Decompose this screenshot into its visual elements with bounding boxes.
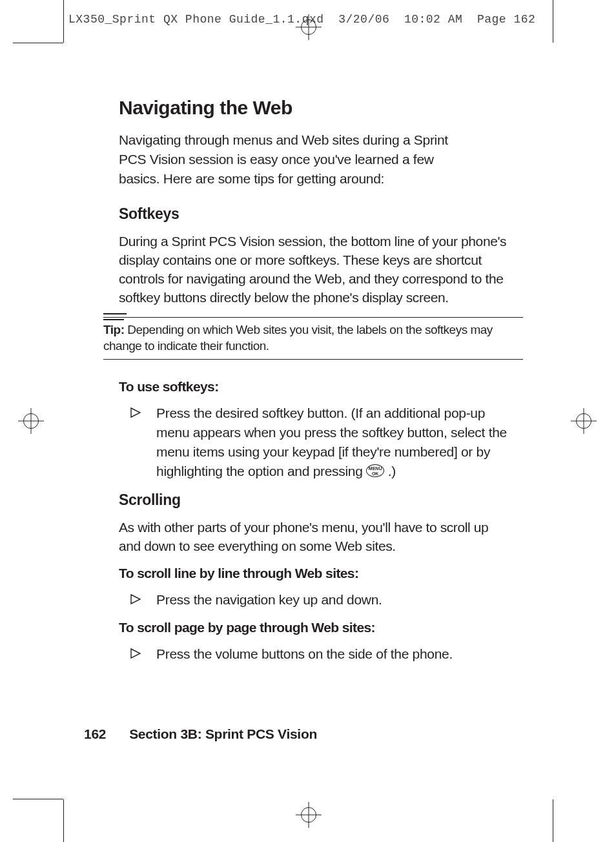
crop-mark (553, 799, 553, 842)
page-content: Navigating the Web Navigating through me… (103, 97, 523, 674)
svg-marker-2 (131, 649, 140, 658)
tip-box: Tip: Depending on which Web sites you vi… (103, 317, 523, 360)
crop-mark (13, 799, 63, 799)
menu-ok-button-icon: MENUOK (366, 464, 384, 477)
svg-marker-1 (131, 595, 140, 604)
crop-mark (553, 0, 553, 43)
scrolling-body: As with other parts of your phone's menu… (119, 518, 513, 555)
header-time: 10:02 AM (404, 13, 462, 26)
tip-label: Tip: (103, 319, 124, 336)
header-filename: LX350_Sprint QX Phone Guide_1.1.qxd (68, 13, 324, 26)
crop-mark (63, 0, 64, 43)
scroll-line-heading: To scroll line by line through Web sites… (119, 566, 523, 581)
crop-mark (13, 43, 63, 43)
tip-text: Depending on which Web sites you visit, … (103, 323, 493, 353)
crop-mark (63, 799, 64, 842)
registration-mark-icon (571, 408, 597, 434)
bullet-text: Press the navigation key up and down. (156, 590, 382, 610)
bullet-text: Press the volume buttons on the side of … (156, 644, 453, 664)
registration-mark-icon (296, 14, 322, 40)
svg-marker-0 (131, 408, 140, 417)
softkeys-heading: Softkeys (119, 205, 523, 223)
page-number: 162 (84, 726, 106, 741)
section-label: Section 3B: Sprint PCS Vision (129, 726, 317, 741)
page-footer: 162Section 3B: Sprint PCS Vision (84, 726, 317, 742)
scrolling-heading: Scrolling (119, 491, 523, 509)
header-page: Page 162 (477, 13, 535, 26)
softkeys-body: During a Sprint PCS Vision session, the … (119, 232, 513, 307)
bullet-item: Press the navigation key up and down. (130, 590, 511, 610)
bullet-item: Press the volume buttons on the side of … (130, 644, 511, 664)
intro-paragraph: Navigating through menus and Web sites d… (119, 130, 455, 189)
triangle-bullet-icon (130, 407, 141, 418)
registration-mark-icon (296, 802, 322, 828)
triangle-bullet-icon (130, 648, 141, 659)
use-softkeys-heading: To use softkeys: (119, 379, 523, 395)
bullet-text: Press the desired softkey button. (If an… (156, 404, 511, 481)
scroll-page-heading: To scroll page by page through Web sites… (119, 620, 523, 635)
registration-mark-icon (18, 408, 44, 434)
header-date: 3/20/06 (338, 13, 389, 26)
triangle-bullet-icon (130, 594, 141, 604)
page-title: Navigating the Web (119, 97, 523, 119)
bullet-item: Press the desired softkey button. (If an… (130, 404, 511, 481)
